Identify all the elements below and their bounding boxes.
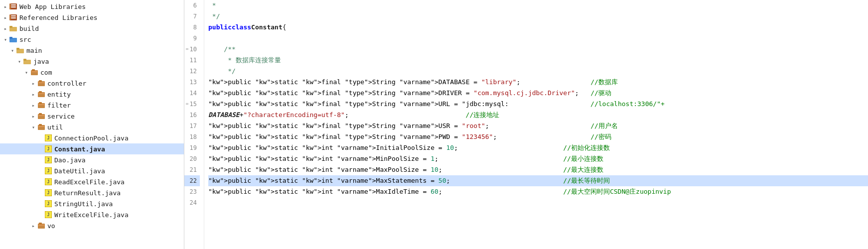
svg-text:J: J <box>47 213 50 217</box>
line-number-14: 14 <box>184 88 200 99</box>
tree-arrow: ▸ <box>2 26 9 31</box>
tree-item-web-app-libraries[interactable]: ▸ Web App Libraries <box>0 1 184 12</box>
tree-icon-package <box>37 102 46 109</box>
tree-label-filter: filter <box>47 102 71 109</box>
file-tree: ▸ Web App Libraries▸ Referenced Librarie… <box>0 0 184 249</box>
tree-item-java[interactable]: ▾ java <box>0 56 184 67</box>
line-number-21: 21 <box>184 164 200 175</box>
tree-label-vo: vo <box>47 222 55 230</box>
svg-rect-2 <box>11 6 16 7</box>
tree-item-vo[interactable]: ▸ vo <box>0 220 184 231</box>
code-lines[interactable]: * */public class Constant { /** * 数据库连接常… <box>204 0 868 249</box>
line-numbers: 6789=1011121314=15161718192021222324 <box>184 0 204 249</box>
tree-item-com[interactable]: ▾ com <box>0 67 184 78</box>
tree-icon-folder <box>23 58 32 65</box>
tree-icon-folder <box>16 47 25 54</box>
svg-rect-32 <box>39 113 42 115</box>
line-number-11: 11 <box>184 55 200 66</box>
tree-icon-java: J <box>44 178 53 185</box>
tree-icon-folder <box>9 25 18 32</box>
tree-icon-package <box>37 124 46 130</box>
svg-rect-27 <box>38 93 44 94</box>
tree-item-referenced-libraries[interactable]: ▸ Referenced Libraries <box>0 12 184 23</box>
code-line-10: /** <box>208 44 868 55</box>
line-number-20: 20 <box>184 153 200 164</box>
code-line-23: "kw">public "kw">static "kw">int "varnam… <box>208 186 868 197</box>
tree-icon-java: J <box>44 156 53 163</box>
code-line-6: * <box>208 0 868 11</box>
tree-item-StringUtil[interactable]: J StringUtil.java <box>0 198 184 209</box>
tree-item-main[interactable]: ▾ main <box>0 45 184 56</box>
tree-label-entity: entity <box>47 91 71 98</box>
svg-rect-1 <box>11 4 16 5</box>
tree-item-entity[interactable]: ▸ entity <box>0 89 184 100</box>
svg-text:J: J <box>47 136 50 140</box>
svg-rect-36 <box>38 126 44 127</box>
svg-text:J: J <box>47 147 50 151</box>
code-line-18: "kw">public "kw">static "kw">final "type… <box>208 131 868 142</box>
tree-label-util: util <box>47 124 63 131</box>
tree-item-Constant[interactable]: J Constant.java <box>0 143 184 154</box>
tree-label-ReadExcelFile: ReadExcelFile.java <box>54 178 125 186</box>
eq-mark: = <box>186 99 189 110</box>
line-number-6: 6 <box>184 0 200 11</box>
line-number-10: =10 <box>184 44 200 55</box>
line-number-15: =15 <box>184 99 200 110</box>
tree-arrow: ▾ <box>23 70 30 75</box>
code-editor: 6789=1011121314=15161718192021222324 * *… <box>184 0 868 249</box>
tree-item-ReturnResult[interactable]: J ReturnResult.java <box>0 187 184 198</box>
code-line-16: DATABASE+"?characterEncoding=utf-8"; //连… <box>208 110 868 121</box>
svg-rect-54 <box>39 223 42 225</box>
tree-item-Dao[interactable]: J Dao.java <box>0 154 184 165</box>
tree-label-service: service <box>47 113 75 120</box>
tree-arrow: ▾ <box>9 48 16 53</box>
tree-item-ConnectionPool[interactable]: J ConnectionPool.java <box>0 132 184 143</box>
tree-label-src: src <box>19 36 31 43</box>
code-line-12: */ <box>208 66 868 77</box>
tree-icon-src <box>9 36 18 43</box>
line-number-18: 18 <box>184 131 200 142</box>
svg-text:J: J <box>47 158 50 162</box>
tree-arrow: ▾ <box>30 124 37 130</box>
tree-arrow: ▾ <box>2 37 9 42</box>
tree-item-util[interactable]: ▾ util <box>0 122 184 132</box>
tree-item-controller[interactable]: ▸ controller <box>0 78 184 89</box>
tree-item-ReadExcelFile[interactable]: J ReadExcelFile.java <box>0 176 184 187</box>
tree-icon-java: J <box>44 134 53 141</box>
tree-icon-package <box>30 69 39 76</box>
tree-label-Constant: Constant.java <box>54 145 105 153</box>
tree-label-Dao: Dao.java <box>54 156 86 164</box>
code-line-17: "kw">public "kw">static "kw">final "type… <box>208 121 868 131</box>
svg-rect-21 <box>31 71 37 72</box>
tree-arrow: ▸ <box>30 114 37 119</box>
line-number-17: 17 <box>184 121 200 131</box>
line-number-22: 22 <box>184 175 200 186</box>
svg-rect-35 <box>39 124 42 126</box>
svg-rect-55 <box>38 225 44 226</box>
tree-item-build[interactable]: ▸ build <box>0 23 184 34</box>
svg-rect-20 <box>32 69 35 71</box>
tree-label-WriteExcelFile: WriteExcelFile.java <box>54 211 129 219</box>
svg-text:J: J <box>47 191 50 195</box>
tree-label-main: main <box>26 47 42 54</box>
tree-label-controller: controller <box>47 80 86 87</box>
tree-icon-java: J <box>44 200 53 207</box>
tree-item-src[interactable]: ▾ src <box>0 34 184 45</box>
code-line-20: "kw">public "kw">static "kw">int "varnam… <box>208 153 868 164</box>
tree-label-ConnectionPool: ConnectionPool.java <box>54 134 129 142</box>
tree-item-filter[interactable]: ▸ filter <box>0 100 184 111</box>
tree-label-java: java <box>33 58 49 65</box>
svg-rect-6 <box>11 17 16 18</box>
svg-rect-5 <box>11 15 16 16</box>
code-line-7: */ <box>208 11 868 22</box>
tree-label-StringUtil: StringUtil.java <box>54 200 113 208</box>
tree-icon-java: J <box>44 167 53 174</box>
tree-item-service[interactable]: ▸ service <box>0 111 184 122</box>
tree-icon-java: J <box>44 145 53 152</box>
code-line-15: "kw">public "kw">static "kw">final "type… <box>208 99 868 110</box>
svg-rect-26 <box>39 91 42 93</box>
tree-item-DateUtil[interactable]: J DateUtil.java <box>0 165 184 176</box>
tree-arrow: ▸ <box>30 223 37 229</box>
tree-item-WriteExcelFile[interactable]: J WriteExcelFile.java <box>0 209 184 220</box>
svg-rect-18 <box>23 59 26 61</box>
